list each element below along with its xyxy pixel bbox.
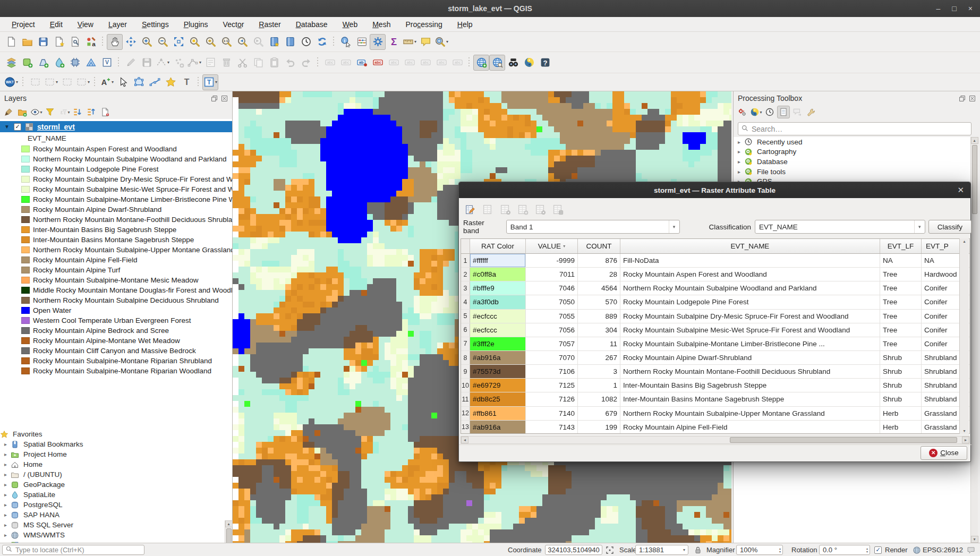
add-group[interactable]: ▾ <box>16 106 29 118</box>
legend-item[interactable]: Rocky Mountain Subalpine-Montane Limber-… <box>0 194 232 204</box>
legend-item[interactable]: Northern Rocky Mountain Subalpine Decidu… <box>0 295 232 305</box>
chevron-right-icon[interactable]: ▸ <box>738 139 744 145</box>
locate-input[interactable]: Type to locate (Ctrl+K) <box>2 545 144 555</box>
new-temporary-scratch-layer[interactable]: ▾ <box>67 55 83 71</box>
rat-color-cell[interactable]: #ab916a <box>470 421 526 434</box>
lock-icon[interactable] <box>694 543 702 556</box>
table-row[interactable]: 11 #db8c25 7126 1082 Inter-Mountain Basi… <box>461 392 969 406</box>
evt-lf-cell[interactable]: Herb <box>880 407 922 420</box>
move-annotation[interactable]: ▾ <box>115 74 131 90</box>
new-shapefile-layer[interactable]: ▾ <box>35 55 51 71</box>
evt-p-cell[interactable]: Shrubland <box>922 365 961 378</box>
count-cell[interactable]: 11 <box>578 337 620 350</box>
value-cell[interactable]: 7011 <box>526 268 578 281</box>
extents-icon[interactable] <box>606 543 614 556</box>
value-cell[interactable]: 7070 <box>526 351 578 364</box>
rat-color-cell[interactable]: #ab916a <box>470 351 526 364</box>
zoom-to-selection[interactable]: ▾ <box>186 34 202 50</box>
auto-label[interactable]: A▾ <box>99 74 115 90</box>
table-vertical-scrollbar[interactable]: ▴ ▾ <box>959 238 969 434</box>
evt-lf-cell[interactable]: Shrub <box>880 392 922 406</box>
evt-p-cell[interactable]: Grassland <box>922 407 961 420</box>
legend-item[interactable]: Rocky Mountain Alpine Turf <box>0 265 232 275</box>
insert-row[interactable] <box>515 201 531 217</box>
scrollbar-thumb[interactable] <box>972 145 977 214</box>
legend-item[interactable]: Rocky Mountain Subalpine-Montane Riparia… <box>0 356 232 366</box>
value-cell[interactable]: 7056 <box>526 323 578 337</box>
help-contents[interactable]: ?▾ <box>537 55 553 71</box>
sap-hana[interactable]: ▸ SAP HANA <box>0 510 232 520</box>
menu-item[interactable]: Raster <box>252 19 287 30</box>
table-row[interactable]: 8 #ab916a 7070 267 Rocky Mountain Alpine… <box>461 351 969 365</box>
geopackage[interactable]: ▸ GeoPackage <box>0 480 232 490</box>
legend-item[interactable]: Rocky Mountain Cliff Canyon and Massive … <box>0 346 232 356</box>
menu-item[interactable]: Mesh <box>366 19 397 30</box>
chevron-down-icon[interactable]: ▼ <box>4 124 11 130</box>
python-console[interactable]: ▾ <box>521 55 537 71</box>
close-panel-icon[interactable] <box>221 95 228 102</box>
new-spatialite-layer[interactable]: ▾ <box>51 55 67 71</box>
table-row[interactable]: 4 #a3f0db 7050 570 Rocky Mountain Lodgep… <box>461 295 969 309</box>
zoom-full[interactable]: ▾ <box>171 34 186 50</box>
value-cell[interactable]: -9999 <box>526 254 578 267</box>
count-cell[interactable]: 889 <box>578 310 620 323</box>
data-source-manager[interactable]: ▾ <box>3 55 19 71</box>
maximize-icon[interactable]: □ <box>952 4 956 13</box>
spinner-arrows-icon[interactable]: ▴▾ <box>779 546 781 554</box>
scroll-right-icon[interactable]: ▸ <box>962 437 969 443</box>
options-wrench[interactable]: ▾ <box>805 106 817 118</box>
show-statistics[interactable]: Σ▾ <box>386 34 402 50</box>
crs-label[interactable]: EPSG:26912 <box>923 543 963 556</box>
header-evt-name[interactable]: EVT_NAME <box>620 239 880 253</box>
chevron-right-icon[interactable]: ▸ <box>4 441 11 447</box>
evt-p-cell[interactable]: Shrubland <box>922 351 961 364</box>
rat-color-cell[interactable]: #75573d <box>470 365 526 378</box>
map-tips[interactable]: ▾ <box>417 34 433 50</box>
osm-place-search[interactable]: ▾ <box>433 34 449 50</box>
legend-item[interactable]: Rocky Mountain Alpine Bedrock and Scree <box>0 326 232 336</box>
table-row[interactable]: 1 #ffffff -9999 876 Fill-NoData NA NA <box>461 254 969 268</box>
metasearch[interactable]: ▾ <box>489 55 505 71</box>
table-row[interactable]: 7 #3fff2e 7057 11 Rocky Mountain Subalpi… <box>461 337 969 351</box>
zoom-to-layer[interactable]: ▾ <box>202 34 218 50</box>
pin-unpin-labels[interactable]: abc▾ <box>338 55 354 71</box>
chevron-right-icon[interactable]: ▸ <box>738 159 744 165</box>
table-row[interactable]: 13 #ab916a 7143 199 Rocky Mountain Alpin… <box>461 421 969 434</box>
evt-p-cell[interactable]: Hardwood <box>922 268 961 281</box>
evt-p-cell[interactable]: Conifer <box>922 281 961 295</box>
temporal-controller[interactable]: ▾ <box>298 34 314 50</box>
new-bookmark[interactable]: ▾ <box>266 34 282 50</box>
chevron-right-icon[interactable]: ▸ <box>4 482 11 487</box>
menu-item[interactable]: View <box>71 19 100 30</box>
layer-labeling-options[interactable]: ab▾ <box>354 55 370 71</box>
chevron-right-icon[interactable]: ▸ <box>738 169 744 175</box>
move-label[interactable]: abc▾ <box>417 55 433 71</box>
layout-manager[interactable]: ▾ <box>67 34 83 50</box>
digitize-with-segment[interactable]: ▾ <box>155 55 171 71</box>
identify-features[interactable]: i▾ <box>338 34 354 50</box>
remove-row[interactable] <box>497 201 513 217</box>
chevron-right-icon[interactable]: ▸ <box>4 522 11 528</box>
new-print-layout[interactable]: ▾ <box>51 34 67 50</box>
evt-name-cell[interactable]: Northern Rocky Mountain Subalpine-Upper … <box>620 407 880 420</box>
legend-item[interactable]: Northern Rocky Mountain Subalpine-Upper … <box>0 245 232 255</box>
chevron-right-icon[interactable]: ▸ <box>4 451 11 457</box>
polygon-annotation[interactable]: ▾ <box>131 74 147 90</box>
cut-features[interactable]: ▾ <box>234 55 250 71</box>
filter-legend[interactable]: ▾ <box>44 106 56 118</box>
chevron-right-icon[interactable]: ▸ <box>4 472 11 477</box>
evt-p-cell[interactable]: Conifer <box>922 337 961 350</box>
add-row[interactable] <box>480 201 496 217</box>
crs-globe-icon[interactable] <box>913 543 921 556</box>
scroll-left-icon[interactable]: ◂ <box>461 437 468 443</box>
select-features-rect[interactable]: ▾ <box>27 74 43 90</box>
table-row[interactable]: 9 #75573d 7106 3 Northern Rocky Mountain… <box>461 365 969 379</box>
value-cell[interactable]: 7050 <box>526 295 578 309</box>
table-row[interactable]: 6 #ecfccc 7056 304 Rocky Mountain Subalp… <box>461 323 969 337</box>
evt-lf-cell[interactable]: Shrub <box>880 365 922 378</box>
coordinate-input[interactable]: 324103,5104940 <box>545 545 602 555</box>
ms-sql-server[interactable]: ▸ MS SQL Server <box>0 520 232 530</box>
evt-lf-cell[interactable]: Tree <box>880 337 922 350</box>
processing-search-input[interactable]: Search… <box>738 122 972 135</box>
recently-used[interactable]: ▸ Recently used <box>734 137 970 147</box>
